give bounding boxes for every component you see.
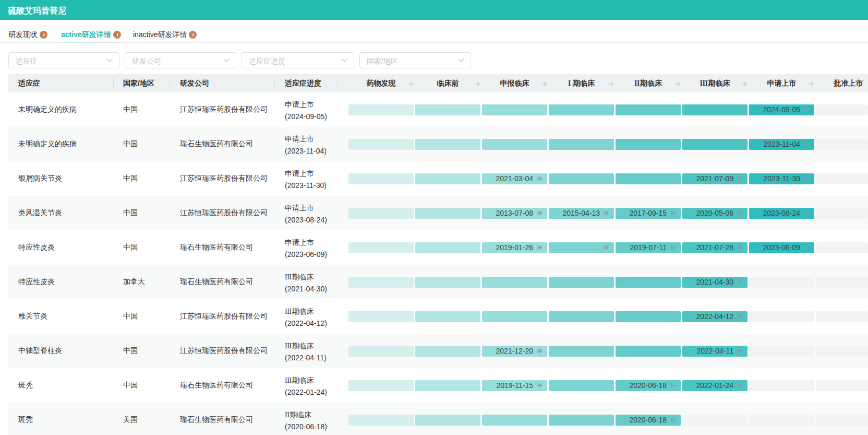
svg-text:i: i [43, 32, 45, 38]
svg-text:i: i [116, 32, 118, 38]
svg-text:i: i [192, 32, 194, 38]
